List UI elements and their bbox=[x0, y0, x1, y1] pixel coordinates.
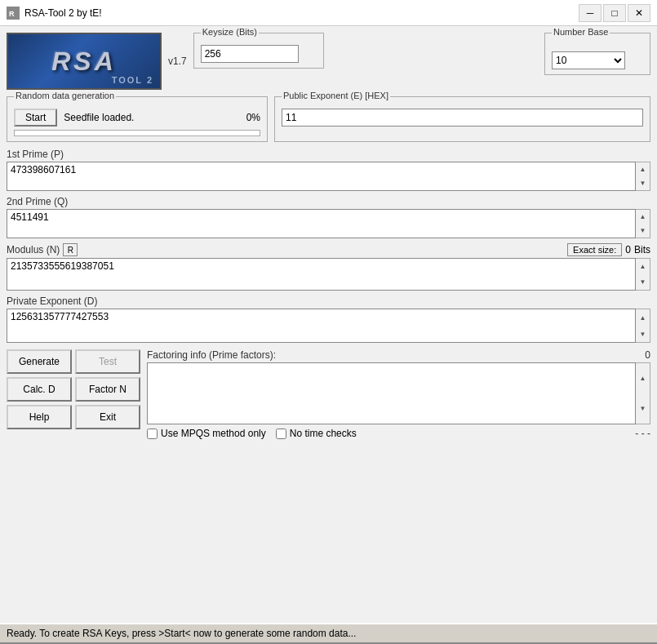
factoring-scroll-up[interactable]: ▲ bbox=[636, 363, 650, 393]
keysize-input[interactable] bbox=[201, 45, 299, 63]
factoring-textarea[interactable] bbox=[147, 362, 636, 424]
exit-button[interactable]: Exit bbox=[75, 405, 140, 429]
prime-q-label: 2nd Prime (Q) bbox=[7, 196, 650, 207]
prime-q-scroll-up[interactable]: ▲ bbox=[636, 210, 650, 224]
status-text: Ready. To create RSA Keys, press >Start<… bbox=[7, 628, 356, 639]
prime-q-scroll-down[interactable]: ▼ bbox=[636, 224, 650, 238]
title-bar-buttons: ─ □ ✕ bbox=[579, 4, 650, 22]
progress-bar bbox=[14, 130, 260, 136]
modulus-scrollbar: ▲ ▼ bbox=[636, 258, 650, 291]
window: R RSA-Tool 2 by tE! ─ □ ✕ RSA TOOL 2 v1.… bbox=[0, 0, 657, 644]
modulus-scroll-down[interactable]: ▼ bbox=[636, 274, 650, 290]
calc-d-button[interactable]: Calc. D bbox=[7, 377, 72, 402]
percent-label: 0% bbox=[246, 112, 260, 123]
buttons-column: Generate Test Calc. D Factor N Help Exit bbox=[7, 349, 140, 439]
private-exp-section: Private Exponent (D) 125631357777427553 … bbox=[7, 295, 650, 343]
buttons-row-1: Generate Test bbox=[7, 349, 140, 374]
buttons-row-2: Calc. D Factor N bbox=[7, 377, 140, 402]
factoring-count: 0 bbox=[645, 349, 650, 361]
modulus-input[interactable]: 2135733555619387051 bbox=[7, 258, 636, 291]
logo-tool2: TOOL 2 bbox=[112, 75, 153, 85]
exact-size-value: 0 bbox=[625, 244, 631, 255]
title-bar-left: R RSA-Tool 2 by tE! bbox=[7, 7, 102, 20]
public-exp-label: Public Exponent (E) [HEX] bbox=[282, 91, 390, 100]
public-exp-input[interactable] bbox=[282, 109, 643, 127]
prime-p-input-wrap: 473398607161 ▲ ▼ bbox=[7, 162, 650, 191]
number-base-select[interactable]: 2 8 10 16 bbox=[552, 51, 625, 69]
minimize-button[interactable]: ─ bbox=[579, 4, 602, 22]
help-button[interactable]: Help bbox=[7, 405, 72, 429]
logo-area: RSA TOOL 2 v1.7 bbox=[7, 33, 187, 90]
private-exp-scroll-up[interactable]: ▲ bbox=[636, 309, 650, 326]
generate-button[interactable]: Generate bbox=[7, 349, 72, 374]
prime-q-input-wrap: 4511491 ▲ ▼ bbox=[7, 209, 650, 238]
factoring-label: Factoring info (Prime factors): bbox=[147, 349, 276, 361]
main-content: RSA TOOL 2 v1.7 Keysize (Bits) Number Ba… bbox=[0, 26, 657, 446]
seedfile-text: Seedfile loaded. bbox=[64, 112, 134, 123]
checkboxes-row: Use MPQS method only No time checks - - … bbox=[147, 428, 650, 439]
bits-label: Bits bbox=[634, 244, 650, 255]
modulus-left: Modulus (N) R bbox=[7, 243, 78, 256]
prime-p-label: 1st Prime (P) bbox=[7, 149, 650, 160]
mpqs-label-text: Use MPQS method only bbox=[161, 428, 266, 439]
factoring-input-wrap: ▲ ▼ bbox=[147, 362, 650, 424]
close-button[interactable]: ✕ bbox=[628, 4, 650, 22]
version-text: v1.7 bbox=[168, 56, 187, 67]
factoring-scrollbar: ▲ ▼ bbox=[636, 362, 650, 424]
prime-p-scroll-down[interactable]: ▼ bbox=[636, 176, 650, 190]
modulus-input-wrap: 2135733555619387051 ▲ ▼ bbox=[7, 258, 650, 291]
keysize-group: Keysize (Bits) bbox=[193, 33, 324, 69]
maximize-button[interactable]: □ bbox=[603, 4, 626, 22]
exact-size-box: Exact size: bbox=[567, 243, 622, 256]
public-exp-group: Public Exponent (E) [HEX] bbox=[274, 96, 650, 142]
test-button[interactable]: Test bbox=[75, 349, 140, 374]
modulus-scroll-up[interactable]: ▲ bbox=[636, 259, 650, 274]
private-exp-scroll-down[interactable]: ▼ bbox=[636, 326, 650, 342]
number-base-label: Number Base bbox=[552, 27, 610, 37]
private-exp-input[interactable]: 125631357777427553 bbox=[7, 309, 636, 343]
random-data-group: Random data generation Start Seedfile lo… bbox=[7, 96, 268, 142]
mpqs-checkbox[interactable] bbox=[147, 429, 158, 439]
start-button[interactable]: Start bbox=[14, 109, 57, 127]
mpqs-checkbox-label[interactable]: Use MPQS method only bbox=[147, 428, 266, 439]
dashes-label: - - - bbox=[635, 428, 650, 439]
prime-p-input[interactable]: 473398607161 bbox=[7, 162, 636, 191]
status-bar: Ready. To create RSA Keys, press >Start<… bbox=[0, 623, 657, 644]
factor-n-button[interactable]: Factor N bbox=[75, 377, 140, 402]
buttons-row-3: Help Exit bbox=[7, 405, 140, 429]
modulus-label: Modulus (N) bbox=[7, 244, 60, 255]
window-title: RSA-Tool 2 by tE! bbox=[24, 7, 102, 19]
bottom-section: Generate Test Calc. D Factor N Help Exit… bbox=[7, 349, 650, 439]
modulus-section: Modulus (N) R Exact size: 0 Bits 2135733… bbox=[7, 243, 650, 291]
private-exp-label: Private Exponent (D) bbox=[7, 295, 650, 307]
factoring-section: Factoring info (Prime factors): 0 ▲ ▼ Us… bbox=[147, 349, 650, 439]
title-bar: R RSA-Tool 2 by tE! ─ □ ✕ bbox=[0, 0, 657, 26]
no-time-checkbox-label[interactable]: No time checks bbox=[276, 428, 357, 439]
factoring-header: Factoring info (Prime factors): 0 bbox=[147, 349, 650, 361]
random-data-label: Random data generation bbox=[14, 91, 116, 100]
app-icon: R bbox=[7, 7, 20, 20]
prime-p-scrollbar: ▲ ▼ bbox=[636, 162, 650, 191]
logo-text: RSA bbox=[51, 47, 117, 77]
keysize-label: Keysize (Bits) bbox=[201, 27, 259, 37]
modulus-header: Modulus (N) R Exact size: 0 Bits bbox=[7, 243, 650, 256]
prime-q-input[interactable]: 4511491 bbox=[7, 209, 636, 238]
logo-box: RSA TOOL 2 bbox=[7, 33, 162, 90]
prime-q-section: 2nd Prime (Q) 4511491 ▲ ▼ bbox=[7, 196, 650, 238]
prime-q-scrollbar: ▲ ▼ bbox=[636, 209, 650, 238]
no-time-checkbox[interactable] bbox=[276, 429, 286, 439]
private-exp-scrollbar: ▲ ▼ bbox=[636, 309, 650, 343]
prime-p-scroll-up[interactable]: ▲ bbox=[636, 162, 650, 176]
no-time-label-text: No time checks bbox=[290, 428, 357, 439]
factoring-scroll-down[interactable]: ▼ bbox=[636, 393, 650, 424]
prime-p-section: 1st Prime (P) 473398607161 ▲ ▼ bbox=[7, 149, 650, 191]
private-exp-input-wrap: 125631357777427553 ▲ ▼ bbox=[7, 309, 650, 343]
number-base-group: Number Base 2 8 10 16 bbox=[544, 33, 650, 75]
exact-size-area: Exact size: 0 Bits bbox=[567, 243, 650, 256]
modulus-r-button[interactable]: R bbox=[63, 243, 78, 256]
svg-text:R: R bbox=[9, 10, 15, 18]
